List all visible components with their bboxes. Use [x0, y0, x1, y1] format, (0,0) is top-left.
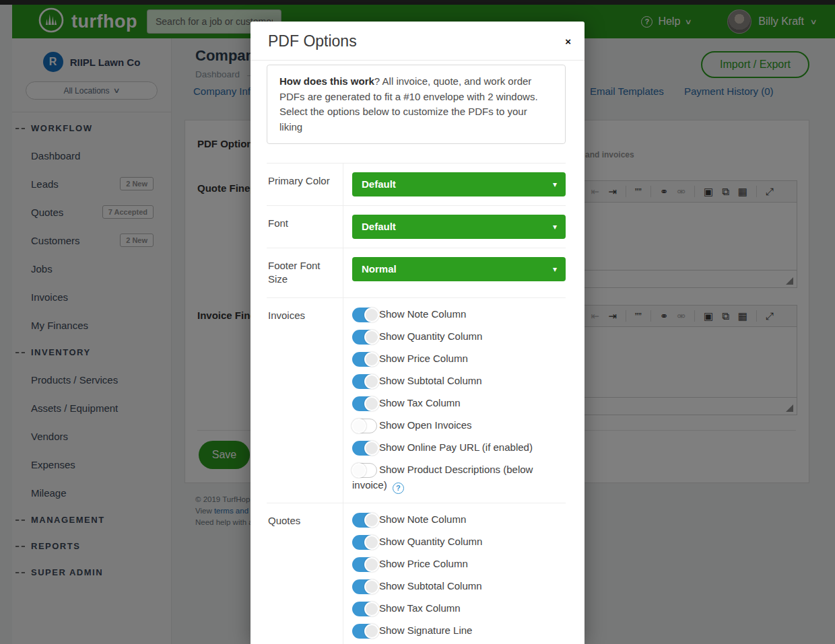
toggle-knob	[364, 579, 379, 594]
toggle-show-note-column[interactable]	[352, 308, 377, 322]
select-value: Default	[362, 178, 396, 190]
primary-color-select[interactable]: Default▾	[352, 172, 566, 196]
toggle-row: Show Quantity Column	[352, 329, 566, 345]
select-value: Normal	[362, 263, 397, 275]
toggle-label: Show Product Descriptions (below invoice…	[352, 464, 533, 491]
toggle-label: Show Quantity Column	[379, 330, 482, 342]
toggle-knob	[364, 330, 379, 345]
toggle-row: Show Tax Column	[352, 601, 566, 616]
setting-label: Primary Color	[267, 164, 343, 205]
info-box: How does this work? All invoice, quote, …	[267, 65, 566, 144]
invoices-row: InvoicesShow Note ColumnShow Quantity Co…	[267, 297, 566, 503]
toggle-row: Show Tax Column	[352, 396, 566, 411]
close-icon[interactable]: ×	[565, 36, 571, 46]
pdf-options-modal: PDF Options × How does this work? All in…	[250, 22, 584, 644]
toggle-show-note-column[interactable]	[352, 513, 377, 528]
toggle-knob	[352, 419, 366, 433]
app-viewport: turfhop ? Help ∨ Billy Kraft ∨ R RIIPL L…	[0, 0, 835, 644]
toggle-knob	[364, 535, 379, 550]
toggle-show-online-pay-url-if-enabled[interactable]	[352, 441, 377, 456]
modal-body: How does this work? All invoice, quote, …	[250, 61, 584, 644]
toggle-row: Show Product Descriptions (below invoice…	[352, 462, 566, 494]
toggle-row: Show Open Invoices	[352, 418, 566, 433]
pdf-options-form: Primary ColorDefault▾FontDefault▾Footer …	[267, 163, 566, 644]
toggle-knob	[364, 441, 379, 456]
toggle-show-tax-column[interactable]	[352, 396, 377, 411]
toggle-row: Show Quantity Column	[352, 534, 566, 550]
toggle-show-tax-column[interactable]	[352, 602, 377, 616]
setting-label: Quotes	[267, 503, 343, 644]
toggle-label: Show Open Invoices	[379, 419, 472, 431]
toggle-show-product-descriptions-below-invoice[interactable]	[352, 463, 377, 478]
toggle-knob	[364, 396, 379, 411]
toggle-show-quantity-column[interactable]	[352, 535, 377, 550]
quotes-row: QuotesShow Note ColumnShow Quantity Colu…	[267, 503, 566, 644]
toggle-row: Show Note Column	[352, 307, 566, 322]
toggle-row: Show Signature Line	[352, 623, 566, 639]
toggle-show-open-invoices[interactable]	[352, 419, 377, 433]
toggle-label: Show Note Column	[379, 308, 466, 320]
modal-header: PDF Options ×	[250, 22, 584, 61]
toggle-knob	[364, 352, 379, 367]
toggle-label: Show Tax Column	[379, 602, 461, 614]
toggle-knob	[364, 308, 379, 322]
modal-title: PDF Options	[268, 32, 357, 50]
toggle-label: Show Price Column	[379, 353, 468, 364]
toggle-row: Show Subtotal Column	[352, 373, 566, 389]
toggle-knob	[364, 513, 379, 528]
help-icon[interactable]: ?	[393, 482, 404, 494]
setting-label: Font	[267, 206, 343, 248]
toggle-show-subtotal-column[interactable]	[352, 579, 377, 594]
font-row: FontDefault▾	[267, 205, 566, 248]
toggle-label: Show Tax Column	[379, 397, 461, 408]
toggle-row: Show Price Column	[352, 351, 566, 367]
footer-font-size-select[interactable]: Normal▾	[352, 257, 566, 281]
caret-down-icon: ▾	[553, 172, 557, 196]
toggle-show-signature-line[interactable]	[352, 624, 377, 639]
toggle-knob	[352, 463, 366, 478]
toggle-row: Show Price Column	[352, 557, 566, 572]
toggle-label: Show Subtotal Column	[379, 375, 482, 386]
setting-label: Invoices	[267, 298, 343, 503]
primary-color-row: Primary ColorDefault▾	[267, 163, 566, 205]
toggle-row: Show Subtotal Column	[352, 579, 566, 594]
toggle-knob	[364, 602, 379, 616]
font-select[interactable]: Default▾	[352, 215, 566, 239]
caret-down-icon: ▾	[553, 215, 557, 239]
toggle-knob	[364, 624, 379, 639]
toggle-show-subtotal-column[interactable]	[352, 374, 377, 389]
toggle-show-price-column[interactable]	[352, 557, 377, 572]
toggle-row: Show Note Column	[352, 512, 566, 528]
toggle-label: Show Quantity Column	[379, 536, 482, 547]
toggle-knob	[364, 374, 379, 389]
caret-down-icon: ▾	[553, 257, 557, 281]
toggle-knob	[364, 557, 379, 572]
footer-font-size-row: Footer Font SizeNormal▾	[267, 248, 566, 297]
toggle-label: Show Subtotal Column	[379, 580, 482, 592]
toggle-label: Show Signature Line	[379, 624, 472, 636]
info-box-lead: How does this work	[279, 75, 374, 87]
toggle-label: Show Note Column	[379, 513, 466, 525]
setting-label: Footer Font Size	[267, 248, 343, 297]
select-value: Default	[362, 221, 396, 232]
toggle-show-quantity-column[interactable]	[352, 330, 377, 345]
toggle-row: Show Online Pay URL (if enabled)	[352, 440, 566, 456]
toggle-show-price-column[interactable]	[352, 352, 377, 367]
toggle-label: Show Price Column	[379, 558, 468, 569]
toggle-label: Show Online Pay URL (if enabled)	[379, 441, 533, 453]
